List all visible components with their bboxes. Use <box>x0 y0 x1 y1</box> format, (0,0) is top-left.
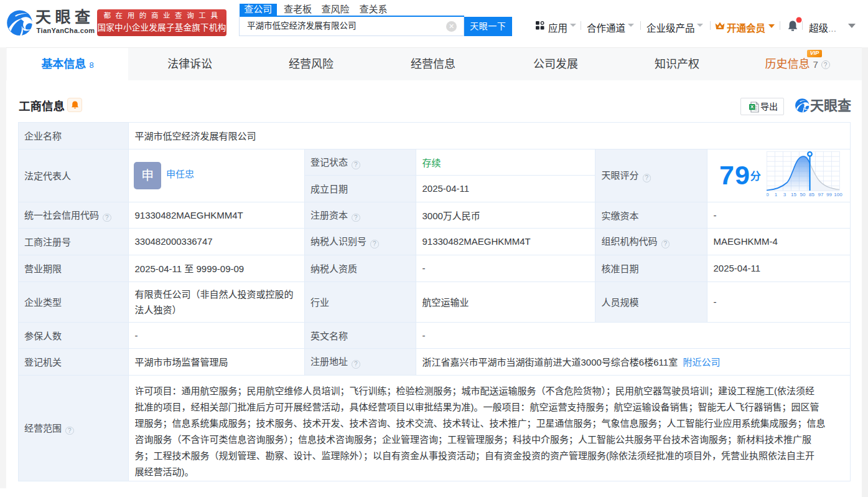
svg-text:100: 100 <box>834 192 842 197</box>
svg-text:0: 0 <box>767 192 769 197</box>
svg-text:X: X <box>750 104 754 110</box>
svg-text:15: 15 <box>791 192 796 197</box>
svg-text:97: 97 <box>818 192 823 197</box>
svg-text:50: 50 <box>800 192 805 197</box>
svg-text:1: 1 <box>775 192 778 197</box>
svg-text:3: 3 <box>783 192 786 197</box>
svg-text:99: 99 <box>826 192 832 197</box>
svg-text:85: 85 <box>809 192 814 197</box>
